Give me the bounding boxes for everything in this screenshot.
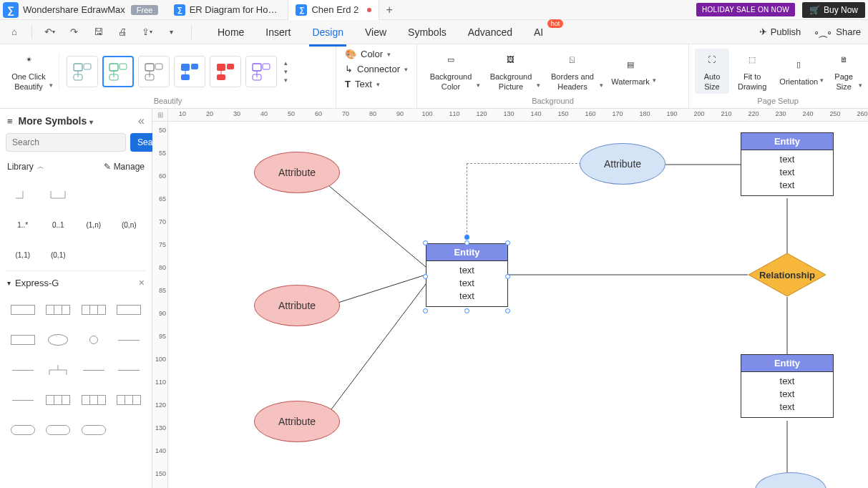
theme-option-5[interactable] — [210, 56, 241, 87]
card-1-1[interactable]: (1,1) — [7, 243, 39, 266]
attribute-shape[interactable]: Attribute — [254, 152, 340, 193]
attribute-shape[interactable]: Attribute — [254, 401, 340, 442]
shape-line-label3[interactable] — [114, 358, 145, 381]
theme-prev-button[interactable]: ▴ — [284, 59, 288, 67]
shape-line-label2[interactable] — [7, 358, 39, 381]
save-button[interactable]: 🖫 — [91, 25, 105, 39]
text-button[interactable]: TText▾ — [342, 77, 383, 91]
color-button[interactable]: 🎨Color▾ — [342, 47, 394, 61]
shape-rect-split[interactable] — [43, 298, 74, 321]
home-icon[interactable]: ⌂ — [7, 25, 21, 39]
horizontal-ruler[interactable]: 1020304050607080901001101201301401501601… — [168, 109, 868, 122]
entity-shape[interactable]: Entity text text text — [741, 354, 834, 418]
selection-handle[interactable] — [464, 240, 469, 245]
publish-button[interactable]: ✈Publish — [759, 26, 801, 37]
shape-rect-split4[interactable] — [78, 389, 109, 411]
selection-handle[interactable] — [423, 240, 428, 245]
export-button[interactable]: ⇪▾ — [140, 25, 154, 39]
shape-rect[interactable] — [7, 298, 39, 321]
tab-design[interactable]: Design — [302, 22, 353, 42]
shape-line-label4[interactable] — [7, 389, 39, 411]
theme-next-button[interactable]: ▾ — [284, 68, 288, 75]
entity-shape[interactable]: Entity text text text — [741, 132, 834, 196]
new-tab-button[interactable]: + — [379, 4, 399, 16]
connector-button[interactable]: ↳Connector▾ — [342, 62, 411, 76]
tab-view[interactable]: View — [355, 22, 396, 42]
shape-rect-split5[interactable] — [114, 389, 145, 411]
theme-option-1[interactable] — [67, 56, 98, 87]
page-size-button[interactable]: 🗎 Page Size▾ — [826, 49, 861, 94]
tab-ai[interactable]: AI hot — [524, 22, 553, 42]
shape-rect2[interactable] — [114, 298, 145, 321]
shape-corner[interactable] — [7, 183, 39, 206]
selection-handle[interactable] — [505, 308, 510, 313]
shape-rect-split2[interactable] — [78, 298, 109, 321]
shape-round-rect[interactable] — [7, 419, 39, 441]
shape-circle[interactable] — [78, 328, 109, 351]
collapse-panel-button[interactable]: « — [138, 114, 145, 127]
selection-handle[interactable] — [505, 274, 510, 279]
buy-now-button[interactable]: 🛒 Buy Now — [802, 2, 865, 18]
shape-rect3[interactable] — [7, 328, 39, 351]
document-tab[interactable]: ∑ ER Diagram for Hosp... — [167, 0, 288, 20]
shape-rect-split3[interactable] — [43, 389, 74, 411]
fit-to-drawing-button[interactable]: ⬚ Fit to Drawing — [733, 49, 771, 94]
background-picture-button[interactable]: 🖼 Background Picture▾ — [483, 49, 539, 94]
shape-tree[interactable] — [43, 358, 74, 381]
background-color-button[interactable]: ▭ Background Color▾ — [423, 49, 479, 94]
theme-option-6[interactable] — [245, 56, 277, 87]
selection-handle[interactable] — [505, 240, 510, 245]
search-input[interactable] — [6, 133, 126, 152]
entity-shape-selected[interactable]: Entity text text text — [426, 243, 508, 307]
shape-bracket[interactable] — [43, 183, 74, 206]
canvas[interactable]: Attribute Attribute Attribute Attribute … — [168, 122, 868, 488]
borders-headers-button[interactable]: ⍂ Borders and Headers▾ — [543, 49, 602, 94]
document-tab-active[interactable]: ∑ Chen Erd 2 — [288, 0, 379, 20]
one-click-beautify-button[interactable]: ✴ One Click Beautify ▾ — [6, 49, 52, 94]
undo-button[interactable]: ↶▾ — [42, 25, 57, 39]
promo-banner[interactable]: HOLIDAY SALE ON NOW — [696, 3, 795, 16]
print-button[interactable]: 🖨 — [115, 25, 130, 39]
share-button[interactable]: ∘⁔∘Share — [814, 26, 861, 37]
tab-symbols[interactable]: Symbols — [398, 22, 457, 42]
attribute-shape[interactable]: Attribute — [254, 285, 340, 326]
relationship-shape[interactable]: Relationship — [748, 253, 826, 297]
shape-round-rect3[interactable] — [78, 419, 109, 441]
theme-option-3[interactable] — [138, 56, 170, 87]
shape-ellipse[interactable] — [43, 328, 74, 351]
card-0-n[interactable]: (0,n) — [114, 213, 145, 236]
watermark-button[interactable]: ▤ Watermark▾ — [606, 54, 655, 89]
shape-line[interactable] — [78, 358, 109, 381]
card-1-star[interactable]: 1..* — [7, 213, 39, 236]
redo-button[interactable]: ↷ — [67, 25, 81, 39]
manage-button[interactable]: ✎Manage — [104, 162, 145, 172]
selection-handle[interactable] — [423, 308, 428, 313]
theme-more-button[interactable]: ▾ — [284, 77, 288, 84]
section-express-g[interactable]: ▾ Express-G × — [6, 270, 146, 294]
tab-home[interactable]: Home — [208, 22, 254, 42]
selection-handle[interactable] — [464, 308, 469, 313]
library-toggle[interactable]: Library︿ — [7, 162, 44, 172]
tab-insert[interactable]: Insert — [255, 22, 301, 42]
auto-size-button[interactable]: ⛶ Auto Size — [695, 49, 729, 94]
orientation-button[interactable]: ▯ Orientation▾ — [775, 54, 822, 89]
shape-round-rect2[interactable] — [43, 419, 74, 441]
vertical-ruler[interactable]: 5055606570758085909510011012013014015016… — [152, 122, 168, 488]
panel-menu-icon[interactable]: ≡ — [7, 116, 13, 127]
card-0-1b[interactable]: (0,1) — [43, 243, 74, 266]
theme-option-4[interactable] — [174, 56, 205, 87]
attribute-shape-blue-partial[interactable] — [755, 472, 826, 488]
card-1-n[interactable]: (1,n) — [78, 213, 109, 236]
tab-advanced[interactable]: Advanced — [458, 22, 522, 42]
svg-rect-21 — [263, 64, 270, 69]
attribute-shape-blue[interactable]: Attribute — [580, 143, 665, 185]
shape-line-label[interactable] — [114, 328, 145, 351]
card-0-1[interactable]: 0..1 — [43, 213, 74, 236]
rotation-handle[interactable] — [464, 235, 469, 240]
ruler-corner[interactable]: ⊞ — [152, 109, 168, 122]
selection-handle[interactable] — [423, 274, 428, 279]
more-button[interactable]: ▾ — [164, 25, 178, 39]
theme-option-2[interactable] — [102, 56, 134, 87]
panel-title[interactable]: More Symbols▾ — [19, 115, 133, 127]
close-section-button[interactable]: × — [139, 277, 145, 288]
